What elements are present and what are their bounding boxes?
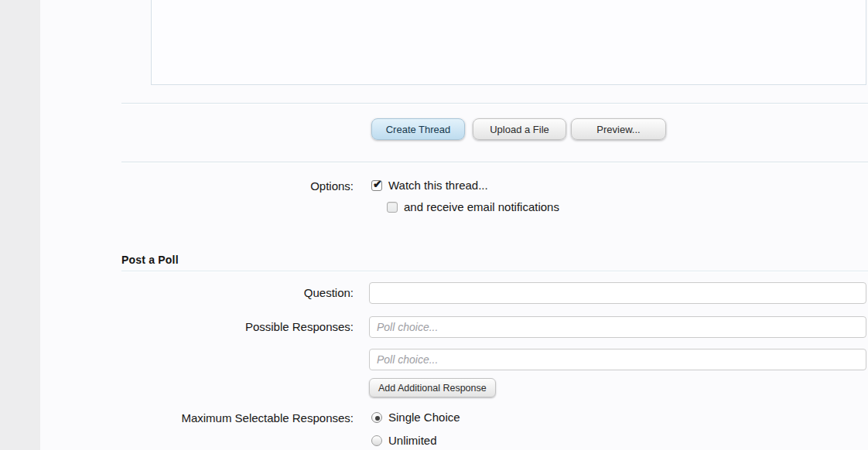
poll-choice-input-2[interactable]: [369, 349, 866, 370]
thread-create-page: Create Thread Upload a File Preview... O…: [0, 0, 868, 450]
question-label: Question:: [121, 285, 354, 301]
post-a-poll-heading: Post a Poll: [121, 254, 179, 266]
divider-above-buttons: [121, 103, 868, 104]
email-notifications-option[interactable]: and receive email notifications: [387, 200, 559, 214]
add-additional-response-button[interactable]: Add Additional Response: [369, 378, 496, 397]
unlimited-radio[interactable]: [371, 435, 382, 446]
watch-thread-option[interactable]: Watch this thread...: [371, 179, 488, 193]
unlimited-label: Unlimited: [388, 434, 437, 448]
watch-thread-checkbox[interactable]: [371, 180, 382, 191]
create-thread-button[interactable]: Create Thread: [371, 118, 465, 140]
page-left-margin: [0, 0, 40, 450]
email-notifications-label: and receive email notifications: [404, 200, 559, 214]
preview-button[interactable]: Preview...: [571, 118, 666, 140]
email-notifications-checkbox[interactable]: [387, 202, 398, 213]
message-editor[interactable]: [151, 0, 866, 85]
single-choice-option[interactable]: Single Choice: [371, 411, 460, 424]
max-selectable-responses-label: Maximum Selectable Responses:: [121, 411, 354, 426]
thread-form: Create Thread Upload a File Preview... O…: [40, 0, 868, 450]
upload-file-button[interactable]: Upload a File: [473, 118, 566, 140]
watch-thread-label: Watch this thread...: [388, 179, 488, 193]
poll-choice-input-1[interactable]: [369, 316, 866, 338]
poll-question-input[interactable]: [369, 282, 866, 304]
divider-above-options: [121, 162, 868, 163]
options-label: Options:: [121, 179, 354, 194]
unlimited-option[interactable]: Unlimited: [371, 434, 437, 448]
single-choice-label: Single Choice: [388, 411, 460, 424]
possible-responses-label: Possible Responses:: [121, 319, 354, 335]
single-choice-radio[interactable]: [371, 412, 382, 423]
divider-below-poll-heading: [121, 271, 868, 272]
